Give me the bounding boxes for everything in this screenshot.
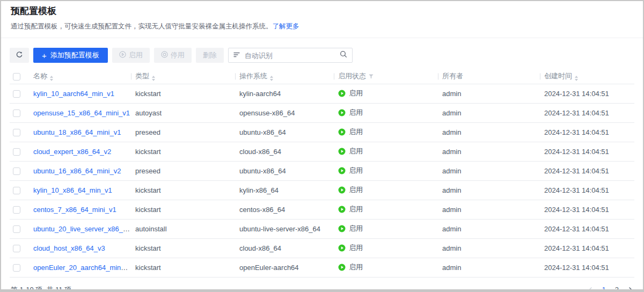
refresh-button[interactable] xyxy=(10,48,29,63)
stop-circle-icon xyxy=(161,51,171,60)
status-badge: 启用 xyxy=(338,185,363,195)
status-badge: 启用 xyxy=(338,205,363,214)
column-label: 所有者 xyxy=(442,72,463,80)
search-input[interactable] xyxy=(245,52,335,60)
sort-icon[interactable] xyxy=(575,76,578,81)
enabled-status-icon xyxy=(338,148,346,155)
play-circle-icon xyxy=(119,51,129,60)
owner-cell: admin xyxy=(442,122,544,142)
row-checkbox[interactable] xyxy=(13,167,20,175)
created-cell: 2024-12-31 14:04:51 xyxy=(544,122,634,142)
page-number-1[interactable]: 1 xyxy=(602,286,606,292)
status-badge: 启用 xyxy=(338,127,363,137)
row-checkbox[interactable] xyxy=(13,245,20,252)
type-cell: preseed xyxy=(135,122,239,142)
row-checkbox[interactable] xyxy=(13,225,20,233)
plus-icon: + xyxy=(42,52,47,60)
template-name-link[interactable]: ubuntu_16_x86_64_mini_v2 xyxy=(33,167,121,175)
type-cell: kickstart xyxy=(135,180,239,200)
column-label: 操作系统 xyxy=(239,72,267,80)
row-checkbox[interactable] xyxy=(13,206,20,214)
os-cell: kylin-aarch64 xyxy=(239,84,338,103)
next-page-button[interactable] xyxy=(628,287,633,292)
enable-button[interactable]: 启用 xyxy=(112,48,150,63)
table-row: cloud_expert_x86_64_v2 kickstart cloud-x… xyxy=(10,142,634,161)
table-footer: 第 1-10 项, 共 11 项 1 2 xyxy=(10,278,634,292)
template-name-link[interactable]: opensuse_15_x86_64_mini_v1 xyxy=(33,109,130,117)
learn-more-link[interactable]: 了解更多 xyxy=(273,23,299,30)
column-label: 名称 xyxy=(33,72,47,80)
template-name-link[interactable]: centos_7_x86_64_mini_v1 xyxy=(33,206,116,214)
table-row: centos_7_x86_64_mini_v1 kickstart centos… xyxy=(10,200,634,219)
owner-cell: admin xyxy=(442,258,544,277)
column-header-type[interactable]: 类型 xyxy=(135,70,239,84)
template-name-link[interactable]: kylin_10_x86_64_min_v1 xyxy=(33,186,112,194)
sort-icon[interactable] xyxy=(152,76,155,81)
add-template-button[interactable]: + 添加预配置模板 xyxy=(33,48,108,63)
search-box[interactable] xyxy=(228,48,353,63)
page-number-2[interactable]: 2 xyxy=(615,286,619,292)
row-checkbox[interactable] xyxy=(13,264,20,272)
table-row: ubuntu_20_live_server_x86_64_mini_... au… xyxy=(10,219,634,238)
page-subtitle: 通过预配置模板，可快速生成预配置文件，实现无人值守批量安装裸金属主机操作系统。了… xyxy=(11,22,632,38)
status-label: 启用 xyxy=(349,262,363,272)
status-label: 启用 xyxy=(349,89,363,98)
template-name-link[interactable]: cloud_host_x86_64_v3 xyxy=(33,244,105,252)
column-header-owner[interactable]: 所有者 xyxy=(442,70,544,84)
template-name-link[interactable]: ubuntu_18_x86_64_mini_v1 xyxy=(33,128,121,136)
column-header-status[interactable]: 启用状态 xyxy=(338,70,442,84)
template-name-link[interactable]: cloud_expert_x86_64_v2 xyxy=(33,148,111,156)
row-checkbox[interactable] xyxy=(13,129,20,136)
table-row: openEuler_20_aarch64_min_v1 kickstart op… xyxy=(10,258,634,277)
enabled-status-icon xyxy=(338,225,346,232)
page-title: 预配置模板 xyxy=(11,5,632,18)
owner-cell: admin xyxy=(442,180,544,200)
delete-button[interactable]: 删除 xyxy=(196,48,224,63)
status-badge: 启用 xyxy=(338,243,363,253)
template-name-link[interactable]: ubuntu_20_live_server_x86_64_mini_... xyxy=(33,225,135,233)
column-header-created[interactable]: 创建时间 xyxy=(544,70,634,84)
table-header-row: 名称 类型 操作系统 启用状态 所有者 创建时间 xyxy=(10,70,634,84)
owner-cell: admin xyxy=(442,219,544,238)
page-subtitle-text: 通过预配置模板，可快速生成预配置文件，实现无人值守批量安装裸金属主机操作系统。 xyxy=(11,23,273,30)
created-cell: 2024-12-31 14:04:51 xyxy=(544,200,634,219)
status-label: 启用 xyxy=(349,205,363,214)
owner-cell: admin xyxy=(442,84,544,103)
enabled-status-icon xyxy=(338,90,346,97)
type-cell: kickstart xyxy=(135,84,239,103)
sort-icon[interactable] xyxy=(50,76,53,81)
type-cell: autoinstall xyxy=(135,219,239,238)
column-header-name[interactable]: 名称 xyxy=(33,70,135,84)
row-checkbox[interactable] xyxy=(13,110,20,117)
table-row: kylin_10_x86_64_min_v1 kickstart kylin-x… xyxy=(10,180,634,200)
filter-lines-icon xyxy=(233,50,240,60)
status-badge: 启用 xyxy=(338,89,363,98)
toolbar: + 添加预配置模板 启用 停用 删除 xyxy=(10,48,634,63)
table-body: kylin_10_aarch64_min_v1 kickstart kylin-… xyxy=(10,84,634,277)
os-cell: ubuntu-x86_64 xyxy=(239,122,338,142)
type-cell: preseed xyxy=(135,161,239,180)
type-cell: autoyast xyxy=(135,103,239,122)
enabled-status-icon xyxy=(338,128,346,136)
select-all-checkbox[interactable] xyxy=(13,73,20,81)
template-name-link[interactable]: openEuler_20_aarch64_min_v1 xyxy=(33,264,132,272)
filter-funnel-icon[interactable] xyxy=(369,72,374,81)
disable-button[interactable]: 停用 xyxy=(154,48,192,63)
template-name-link[interactable]: kylin_10_aarch64_min_v1 xyxy=(33,90,114,98)
status-badge: 启用 xyxy=(338,166,363,176)
status-label: 启用 xyxy=(349,185,363,195)
type-cell: kickstart xyxy=(135,238,239,258)
add-template-label: 添加预配置模板 xyxy=(50,50,99,60)
row-checkbox[interactable] xyxy=(13,187,20,194)
status-badge: 启用 xyxy=(338,108,363,118)
row-checkbox[interactable] xyxy=(13,90,20,98)
column-label: 创建时间 xyxy=(544,72,572,80)
search-icon[interactable] xyxy=(340,50,347,60)
table-row: ubuntu_18_x86_64_mini_v1 preseed ubuntu-… xyxy=(10,122,634,142)
created-cell: 2024-12-31 14:04:51 xyxy=(544,142,634,161)
row-checkbox[interactable] xyxy=(13,148,20,156)
column-header-os[interactable]: 操作系统 xyxy=(239,70,338,84)
sort-icon[interactable] xyxy=(270,76,273,81)
prev-page-button[interactable] xyxy=(588,287,593,292)
column-label: 启用状态 xyxy=(338,72,366,80)
